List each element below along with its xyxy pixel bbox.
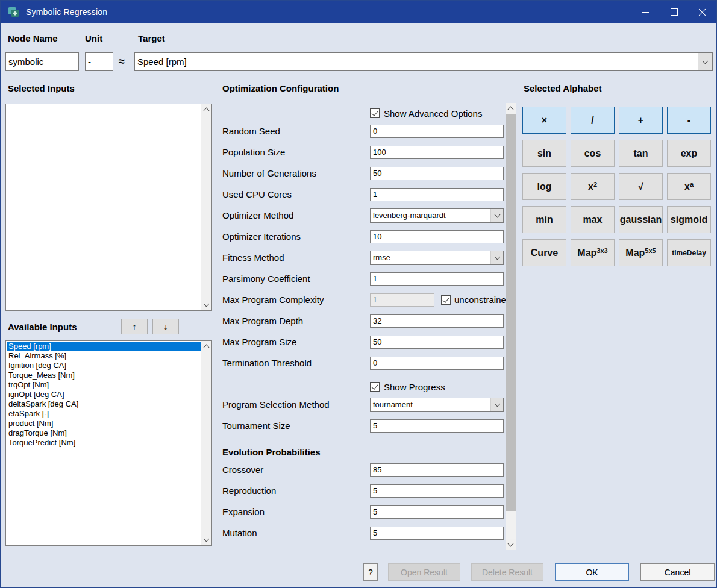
dropdown[interactable]: levenberg-marquardt	[370, 208, 504, 223]
available-inputs-list[interactable]: Speed [rpm]Rel_Airmass [%]Ignition [deg …	[5, 340, 212, 546]
alphabet-button-multiply[interactable]: ×	[522, 107, 566, 134]
open-result-button[interactable]: Open Result	[388, 563, 460, 581]
text-input[interactable]: 85	[370, 463, 504, 477]
chevron-down-icon[interactable]	[698, 53, 712, 70]
target-label: Target	[138, 33, 165, 43]
text-input-value: 5	[373, 486, 377, 495]
list-item[interactable]: dragTorque [Nm]	[7, 428, 201, 438]
text-input[interactable]: 50	[370, 336, 504, 349]
alphabet-button-superscript: a	[690, 181, 694, 188]
field-label: Termination Threshold	[222, 358, 370, 368]
move-down-button[interactable]: ↓	[152, 319, 179, 334]
cancel-button[interactable]: Cancel	[640, 563, 715, 581]
text-input[interactable]: 5	[370, 527, 504, 540]
field-label: Expansion	[222, 507, 370, 517]
alphabet-button-label: timeDelay	[672, 249, 706, 257]
alphabet-button-map-3x3[interactable]: Map3x3	[571, 239, 615, 266]
text-input-value: 0	[373, 127, 377, 136]
text-input[interactable]: 100	[370, 146, 504, 159]
optimization-scrollbar[interactable]	[506, 103, 516, 550]
delete-result-button[interactable]: Delete Result	[471, 563, 543, 581]
config-row-random-seed: Random Seed0	[222, 120, 506, 142]
list-item[interactable]: Torque_Meas [Nm]	[7, 371, 201, 380]
node-name-input[interactable]: symbolic	[5, 52, 79, 71]
text-input[interactable]: 0	[370, 125, 504, 138]
checkbox[interactable]	[441, 295, 451, 305]
alphabet-button-cos[interactable]: cos	[571, 140, 615, 167]
chevron-down-icon[interactable]	[490, 209, 503, 222]
help-button[interactable]: ?	[363, 563, 378, 581]
text-input[interactable]: 10	[370, 230, 504, 243]
alphabet-button-minus[interactable]: -	[667, 107, 711, 134]
text-input-value: 85	[373, 465, 381, 474]
text-input[interactable]: 1	[370, 188, 504, 201]
alphabet-button-curve[interactable]: Curve	[522, 239, 566, 266]
selected-inputs-list[interactable]	[5, 104, 212, 311]
text-input[interactable]: 50	[370, 167, 504, 180]
maximize-button[interactable]	[660, 1, 688, 23]
alphabet-button-label: sin	[537, 148, 551, 159]
list-item[interactable]: etaSpark [-]	[7, 409, 201, 419]
text-input-value: 1	[373, 295, 377, 304]
config-row-max-program-complexity: Max Program Complexity1unconstrained	[222, 289, 506, 310]
move-up-button[interactable]: ↑	[121, 319, 148, 334]
available-inputs-scrollbar[interactable]	[201, 341, 211, 545]
chevron-down-icon[interactable]	[490, 251, 503, 264]
scroll-down-icon[interactable]	[201, 299, 211, 310]
text-input[interactable]: 32	[370, 314, 504, 328]
text-input: 1	[370, 293, 434, 307]
list-item[interactable]: TorquePredict [Nm]	[7, 438, 201, 448]
selected-inputs-items	[7, 105, 201, 310]
list-item[interactable]: Speed [rpm]	[7, 342, 201, 351]
target-dropdown[interactable]: Speed [rpm]	[134, 52, 713, 71]
chevron-down-icon[interactable]	[490, 398, 503, 411]
alphabet-button-min[interactable]: min	[522, 206, 566, 233]
dropdown[interactable]: tournament	[370, 398, 504, 412]
show-progress-checkbox[interactable]	[370, 382, 380, 392]
alphabet-button-tan[interactable]: tan	[619, 140, 663, 167]
scroll-down-icon[interactable]	[201, 534, 211, 545]
alphabet-button-time-delay[interactable]: timeDelay	[667, 239, 711, 266]
list-item[interactable]: trqOpt [Nm]	[7, 380, 201, 390]
text-input-value: 1	[373, 190, 377, 199]
text-input[interactable]: 5	[370, 484, 504, 498]
ok-button[interactable]: OK	[555, 563, 629, 581]
list-item[interactable]: ignOpt [deg CA]	[7, 390, 201, 399]
config-row-fitness-method: Fitness Methodrmse	[222, 247, 506, 268]
scroll-up-icon[interactable]	[201, 341, 211, 352]
text-input[interactable]: 1	[370, 272, 504, 286]
alphabet-button-map-5x5[interactable]: Map5x5	[619, 239, 663, 266]
config-row-tournament-size: Tournament Size5	[222, 415, 506, 436]
alphabet-button-exp[interactable]: exp	[667, 140, 711, 167]
text-input[interactable]: 0	[370, 357, 504, 370]
alphabet-button-plus[interactable]: +	[619, 107, 663, 134]
list-item[interactable]: Ignition [deg CA]	[7, 361, 201, 371]
text-input[interactable]: 5	[370, 419, 504, 433]
selected-inputs-scrollbar[interactable]	[201, 104, 211, 310]
field-label: Max Program Depth	[222, 316, 370, 326]
close-button[interactable]	[688, 1, 716, 23]
unit-input[interactable]: -	[85, 52, 113, 71]
minimize-button[interactable]	[631, 1, 660, 23]
alphabet-button-sin[interactable]: sin	[522, 140, 566, 167]
dropdown[interactable]: rmse	[370, 251, 504, 265]
text-input[interactable]: 5	[370, 505, 504, 519]
text-input-value: 0	[373, 358, 377, 367]
alphabet-button-x-squared[interactable]: x2	[571, 173, 615, 200]
alphabet-button-sqrt[interactable]: √	[619, 173, 663, 200]
dropdown-value: levenberg-marquardt	[371, 209, 490, 222]
list-item[interactable]: deltaSpark [deg CA]	[7, 399, 201, 409]
scroll-up-icon[interactable]	[201, 104, 211, 115]
alphabet-button-max[interactable]: max	[571, 206, 615, 233]
alphabet-button-gaussian[interactable]: gaussian	[619, 206, 663, 233]
alphabet-button-log[interactable]: log	[522, 173, 566, 200]
list-item[interactable]: product [Nm]	[7, 419, 201, 428]
scrollbar-thumb[interactable]	[506, 114, 516, 511]
alphabet-button-x-power-a[interactable]: xa	[667, 173, 711, 200]
scroll-down-icon[interactable]	[506, 539, 516, 550]
scroll-up-icon[interactable]	[506, 103, 516, 114]
show-advanced-options-checkbox[interactable]	[370, 108, 380, 118]
alphabet-button-sigmoid[interactable]: sigmoid	[667, 206, 711, 233]
list-item[interactable]: Rel_Airmass [%]	[7, 351, 201, 361]
alphabet-button-divide[interactable]: /	[571, 107, 615, 134]
